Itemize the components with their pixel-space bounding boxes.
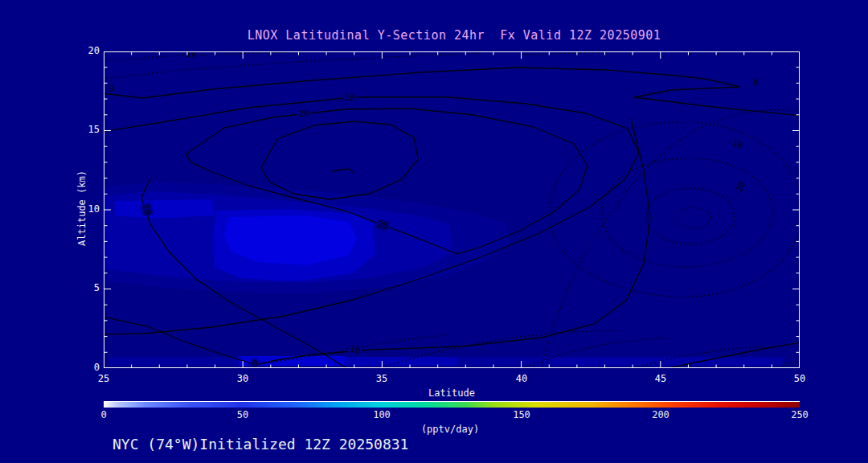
colorbar-units: (pptv/day): [421, 424, 479, 435]
colorbar-tick-label: 50: [237, 409, 248, 420]
contour-label: 20: [299, 109, 309, 119]
contour-plot: -10 0 10 20 0 20 10 0 -10 -10 -20: [104, 51, 800, 368]
x-tick-label: 35: [376, 373, 387, 384]
y-tick-label: 0: [71, 362, 100, 373]
contour-label: -10: [344, 342, 362, 356]
colorbar-tick-label: 0: [100, 409, 106, 420]
x-tick-label: 40: [516, 373, 527, 384]
contour-label: -10: [726, 136, 744, 151]
contour-label: -10: [181, 51, 197, 59]
y-tick-label: 20: [71, 45, 100, 56]
colorbar-tick-label: 150: [513, 409, 530, 420]
colorbar-tick-label: 100: [373, 409, 391, 420]
y-tick-label: 5: [71, 282, 100, 293]
colorbar: [104, 401, 800, 408]
y-tick-label: 15: [71, 124, 100, 135]
colorbar-tick-label: 250: [791, 409, 809, 420]
contour-label: -20: [731, 179, 748, 199]
y-axis-title: Altitude (km): [76, 156, 88, 260]
chart-title: LNOX Latitudinal Y-Section 24hr Fx Valid…: [248, 28, 661, 43]
x-tick-label: 25: [98, 373, 109, 384]
colorbar-tick-label: 200: [652, 409, 669, 420]
filled-contours: [104, 182, 783, 366]
contour-label: 0: [753, 77, 759, 88]
x-tick-label: 30: [237, 373, 248, 384]
x-tick-label: 50: [794, 373, 805, 384]
x-axis-title: Latitude: [428, 387, 475, 399]
contour-label: 0: [252, 359, 258, 368]
contour-label: 10: [345, 92, 355, 103]
x-tick-label: 45: [655, 373, 666, 384]
footer-annotation: NYC (74°W)Initialized 12Z 20250831: [113, 436, 408, 453]
contour-label: 0: [108, 84, 114, 94]
